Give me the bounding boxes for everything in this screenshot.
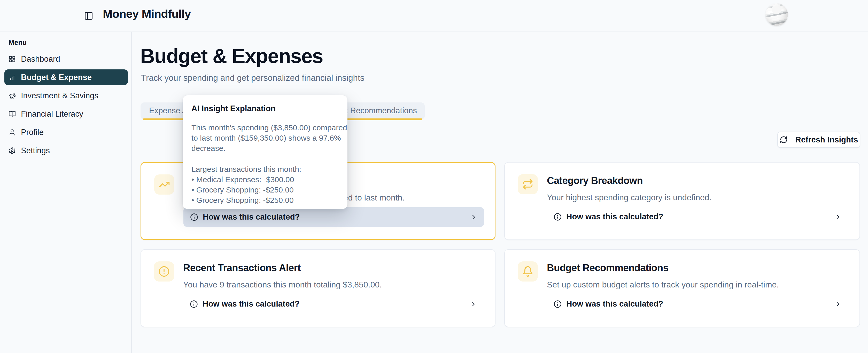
piggy-bank-icon xyxy=(8,92,16,99)
how-calculated-button[interactable]: How was this calculated? xyxy=(183,294,484,314)
popup-text-line: • Grocery Shopping: -$250.00 xyxy=(191,195,339,205)
user-icon xyxy=(8,129,16,136)
sidebar-item-financial-literacy[interactable]: Financial Literacy xyxy=(4,106,128,122)
card-title: Category Breakdown xyxy=(547,175,643,186)
ai-insight-summary: This month's spending ($3,850.00) compar… xyxy=(191,122,339,153)
trending-up-icon xyxy=(159,179,170,190)
sidebar-item-label: Financial Literacy xyxy=(21,109,83,119)
icon-tile xyxy=(518,261,538,282)
info-icon xyxy=(190,300,198,308)
card-description: Set up custom budget alerts to track you… xyxy=(547,280,779,289)
page-subtitle: Track your spending and get personalized… xyxy=(141,73,365,83)
popup-text-line: decrease. xyxy=(191,143,339,153)
card-title: Recent Transactions Alert xyxy=(183,262,301,274)
icon-tile xyxy=(154,261,174,282)
popup-text-line: to last month ($159,350.00) shows a 97.6… xyxy=(191,133,339,143)
refresh-insights-button[interactable]: Refresh Insights xyxy=(777,132,860,148)
info-icon xyxy=(554,300,562,308)
sidebar-item-label: Profile xyxy=(21,128,44,137)
sidebar-item-settings[interactable]: Settings xyxy=(4,143,128,158)
sidebar-item-dashboard[interactable]: Dashboard xyxy=(4,51,128,67)
bell-icon xyxy=(522,266,533,277)
info-icon xyxy=(190,213,198,221)
sidebar-item-label: Dashboard xyxy=(21,55,60,64)
insight-card-budget-recommendations: Budget Recommendations Set up custom bud… xyxy=(504,249,860,327)
sidebar-item-label: Budget & Expense xyxy=(21,73,92,82)
avatar[interactable] xyxy=(766,3,788,26)
icon-tile xyxy=(518,174,538,194)
book-open-icon xyxy=(8,110,16,118)
sidebar-item-investment-savings[interactable]: Investment & Savings xyxy=(4,88,128,103)
sidebar-item-label: Settings xyxy=(21,146,50,155)
icon-tile xyxy=(154,174,175,195)
sidebar-nav: Dashboard Budget & Expense Investment & … xyxy=(4,51,128,158)
sidebar-item-profile[interactable]: Profile xyxy=(4,125,128,140)
how-calculated-button[interactable]: How was this calculated? xyxy=(183,207,484,227)
dashboard-grid-icon xyxy=(8,56,16,63)
app-header: Money Mindfully xyxy=(0,0,868,32)
how-calculated-label: How was this calculated? xyxy=(203,299,300,309)
card-description: You have 9 transactions this month total… xyxy=(183,280,382,289)
insight-card-recent-transactions: Recent Transactions Alert You have 9 tra… xyxy=(141,249,495,327)
repeat-arrows-icon xyxy=(522,179,533,190)
chevron-right-icon xyxy=(834,213,842,221)
sidebar: Menu Dashboard Budget & Expense Investme… xyxy=(0,32,132,353)
page-title: Budget & Expenses xyxy=(140,44,323,68)
chevron-right-icon xyxy=(470,301,477,308)
chevron-right-icon xyxy=(834,301,842,308)
refresh-icon xyxy=(780,136,788,144)
chevron-right-icon xyxy=(470,213,477,221)
sidebar-item-budget-expense[interactable]: Budget & Expense xyxy=(4,69,128,85)
insight-card-category-breakdown: Category Breakdown Your highest spending… xyxy=(504,162,860,240)
how-calculated-label: How was this calculated? xyxy=(566,212,663,221)
how-calculated-label: How was this calculated? xyxy=(203,212,300,222)
refresh-insights-label: Refresh Insights xyxy=(796,135,858,144)
alert-circle-icon xyxy=(158,266,170,277)
sidebar-toggle-button[interactable] xyxy=(81,8,96,23)
popup-text-line: • Grocery Shopping: -$250.00 xyxy=(191,185,339,195)
popup-text-line: This month's spending ($3,850.00) compar… xyxy=(191,122,339,133)
sidebar-menu-label: Menu xyxy=(8,39,27,47)
popup-text-line: Largest transactions this month: xyxy=(191,164,339,174)
how-calculated-button[interactable]: How was this calculated? xyxy=(547,294,848,314)
bar-chart-icon xyxy=(8,74,16,81)
ai-insight-popover: AI Insight Explanation This month's spen… xyxy=(183,95,347,209)
sidebar-item-label: Investment & Savings xyxy=(21,91,98,100)
card-description: Your highest spending category is undefi… xyxy=(547,193,712,202)
card-title: Budget Recommendations xyxy=(547,262,668,274)
ai-insight-popover-title: AI Insight Explanation xyxy=(191,104,339,113)
info-icon xyxy=(554,213,562,221)
how-calculated-label: How was this calculated? xyxy=(566,299,663,309)
ai-insight-largest-transactions: Largest transactions this month: • Medic… xyxy=(191,164,339,205)
panel-left-icon xyxy=(84,11,93,21)
gear-icon xyxy=(8,147,16,154)
popup-text-line: • Medical Expenses: -$300.00 xyxy=(191,174,339,185)
how-calculated-button[interactable]: How was this calculated? xyxy=(547,207,848,226)
app-title: Money Mindfully xyxy=(103,7,191,21)
